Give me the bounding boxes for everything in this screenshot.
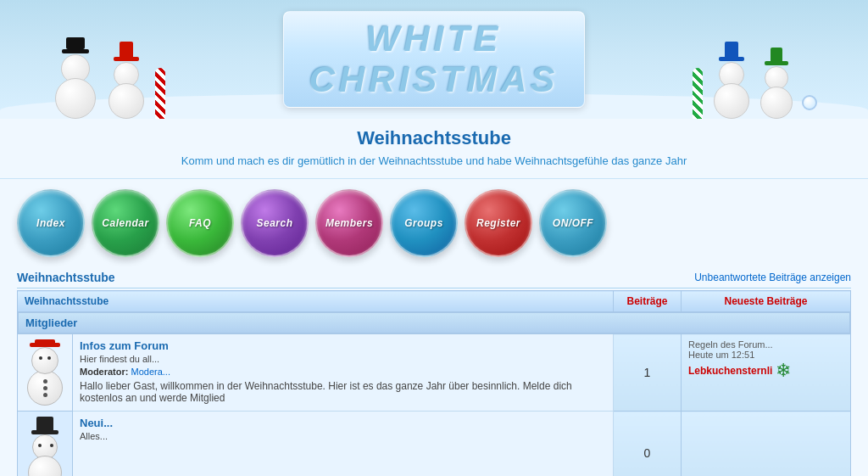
forum-name-cell: Infos zum Forum Hier findest du all... M… <box>73 334 614 412</box>
forum-welcome-text: Hallo lieber Gast, willkommen in der Wei… <box>80 380 606 404</box>
forum-icon-cell <box>18 334 73 412</box>
beitraege-col-header: Beiträge <box>614 291 682 312</box>
mitglieder-header: Mitglieder <box>18 312 850 333</box>
nav-search-button[interactable]: Search <box>241 189 309 257</box>
newest-post-user[interactable]: Lebkuchensternli <box>688 365 772 377</box>
newest-post-cell-2 <box>682 412 851 477</box>
forum-description-2: Alles... <box>80 431 606 441</box>
nav-groups-button[interactable]: Groups <box>390 189 458 257</box>
nav-index-button[interactable]: Index <box>17 189 85 257</box>
forum-count-cell: 1 <box>614 334 682 412</box>
banner-title: WHITECHRISTMAS <box>309 19 559 99</box>
forum-title-link[interactable]: Infos zum Forum <box>80 339 606 352</box>
forum-header-row: Weihnachtsstube Unbeantwortete Beiträge … <box>17 267 851 288</box>
snowflake-icon: ❄ <box>776 360 791 382</box>
forum-name-cell-2: Neui... Alles... <box>73 412 614 477</box>
banner-title-container: WHITECHRISTMAS <box>283 11 586 108</box>
snowman-decoration-right <box>693 42 817 119</box>
site-subtitle: Komm und mach es dir gemütlich in der We… <box>17 154 851 167</box>
newest-post-title[interactable]: Regeln des Forum... <box>688 339 773 350</box>
nav-register-button[interactable]: Register <box>465 189 532 257</box>
forum-title-link-2[interactable]: Neui... <box>80 417 606 429</box>
site-title: Weihnachtsstube <box>17 127 851 149</box>
forum-section-title: Weihnachtsstube <box>17 271 115 284</box>
site-title-area: Weihnachtsstube Komm und mach es dir gem… <box>0 119 868 179</box>
forum-count-cell-2: 0 <box>614 412 682 477</box>
main-content: Weihnachtsstube Unbeantwortete Beiträge … <box>0 267 868 476</box>
table-row: Infos zum Forum Hier findest du all... M… <box>18 334 851 412</box>
nav-members-button[interactable]: Members <box>315 189 383 257</box>
moderator-name[interactable]: Modera... <box>131 367 170 377</box>
newest-post-time: Heute um 12:51 <box>688 350 843 360</box>
nav-onoff-button[interactable]: ON/OFF <box>539 189 607 257</box>
forum-col-header: Weihnachtsstube <box>18 291 614 312</box>
moderator-label: Moderator: <box>80 367 128 377</box>
forum-description: Hier findest du all... <box>80 354 606 364</box>
newest-post-cell: Regeln des Forum... Heute um 12:51 Lebku… <box>682 334 851 412</box>
nav-faq-button[interactable]: FAQ <box>166 189 234 257</box>
nav-buttons: Index Calendar FAQ Search Members Groups… <box>0 179 868 267</box>
unanswered-link[interactable]: Unbeantwortete Beiträge anzeigen <box>694 272 851 283</box>
nav-calendar-button[interactable]: Calendar <box>92 189 159 257</box>
forum-table: Weihnachtsstube Beiträge Neueste Beiträg… <box>17 290 851 476</box>
forum-icon-cell-2 <box>18 412 73 477</box>
table-row: Neui... Alles... 0 <box>18 412 851 477</box>
header-banner: WHITECHRISTMAS <box>0 0 868 119</box>
snowman-decoration-left <box>51 37 165 119</box>
neueste-col-header: Neueste Beiträge <box>682 291 851 312</box>
